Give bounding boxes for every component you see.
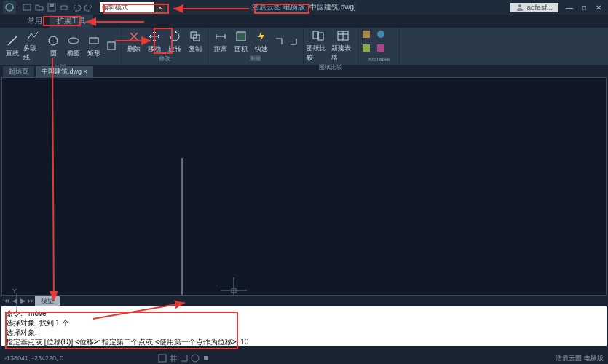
line-button[interactable]: 直线 <box>3 29 22 63</box>
misc-icon4[interactable] <box>376 43 389 53</box>
misc-icon2[interactable] <box>376 29 389 39</box>
move-button[interactable]: 移动 <box>145 29 164 54</box>
quick-button[interactable]: 快速 <box>252 29 271 54</box>
snap-icon[interactable] <box>158 354 167 363</box>
misc-icon1[interactable] <box>361 29 374 39</box>
delete-button[interactable]: 删除 <box>125 29 143 54</box>
circle-button[interactable]: 圆 <box>44 29 63 63</box>
osnap-icon[interactable] <box>202 354 210 363</box>
distance-button[interactable]: 距离 <box>211 29 230 54</box>
qat-icon[interactable] <box>22 2 32 12</box>
group-label-compare: 图纸比较 <box>307 63 355 72</box>
group-label-measure: 测量 <box>211 54 300 63</box>
app-logo <box>3 1 16 14</box>
svg-point-23 <box>377 31 384 38</box>
doc-tab-file[interactable]: 中国建筑.dwg × <box>36 66 93 77</box>
misc-icon3[interactable] <box>361 43 374 53</box>
svg-rect-1 <box>23 4 31 10</box>
svg-rect-24 <box>363 44 370 52</box>
close-button[interactable]: ✕ <box>592 2 605 12</box>
status-brand: 浩辰云图 电脑版 <box>556 354 604 363</box>
undo-icon[interactable] <box>71 2 82 12</box>
quick-access-toolbar <box>22 2 94 12</box>
search-input[interactable]: 编辑模式 <box>100 2 154 12</box>
rect-button[interactable]: 矩形 <box>84 29 103 63</box>
command-line[interactable]: 命令: _move 选择对象: 找到 1 个 选择对象: 指定基点或 [位移(D… <box>1 306 607 346</box>
ellipse-button[interactable]: 椭圆 <box>64 29 83 63</box>
save-icon[interactable] <box>47 2 57 12</box>
app-title: 浩辰云图 电脑版 <box>252 2 305 12</box>
svg-rect-4 <box>61 6 67 9</box>
svg-point-5 <box>518 4 521 7</box>
tab-extend-tools[interactable]: 扩展工具 <box>50 15 93 28</box>
svg-rect-22 <box>363 31 370 38</box>
svg-rect-3 <box>50 4 54 7</box>
layout-first[interactable]: ⏮ <box>3 297 10 304</box>
tab-common[interactable]: 常用 <box>20 15 50 28</box>
redo-icon[interactable] <box>84 2 94 12</box>
measure-more2[interactable] <box>287 29 300 54</box>
status-coords: -138041, -234220, 0 <box>4 355 63 362</box>
copy-button[interactable]: 复制 <box>186 29 205 54</box>
svg-rect-37 <box>204 356 208 360</box>
svg-rect-16 <box>237 32 245 41</box>
newtable-button[interactable]: 新建表格 <box>331 29 355 63</box>
open-icon[interactable] <box>34 2 44 12</box>
svg-point-7 <box>49 36 58 45</box>
polar-icon[interactable] <box>191 354 200 363</box>
svg-rect-9 <box>90 38 98 44</box>
svg-point-8 <box>68 38 79 44</box>
minimize-button[interactable]: — <box>563 2 576 12</box>
drawing-canvas[interactable]: YX <box>1 77 607 296</box>
svg-rect-17 <box>313 31 318 39</box>
ortho-icon[interactable] <box>180 354 189 363</box>
svg-rect-18 <box>318 33 323 40</box>
ribbon: 直线 多段线 圆 椭圆 矩形 绘图 删除 移动 旋转 复制 修改 距离 面积 快… <box>0 28 608 66</box>
svg-text:X: X <box>36 309 40 317</box>
area-button[interactable]: 面积 <box>232 29 250 54</box>
doc-tab-start[interactable]: 起始页 <box>3 66 34 77</box>
maximize-button[interactable]: □ <box>577 2 591 12</box>
group-label-xls: XlsTable <box>361 55 396 63</box>
print-icon[interactable] <box>59 2 69 12</box>
svg-rect-35 <box>159 355 166 362</box>
status-toggles[interactable] <box>158 354 210 363</box>
measure-more[interactable] <box>272 29 285 54</box>
svg-text:Y: Y <box>12 289 17 295</box>
grid-icon[interactable] <box>169 354 178 363</box>
svg-rect-25 <box>377 44 384 52</box>
doc-title: 中国建筑.dwg] <box>309 2 356 12</box>
svg-line-6 <box>8 36 17 45</box>
compare-button[interactable]: 图纸比较 <box>307 29 330 63</box>
polyline-button[interactable]: 多段线 <box>23 29 42 63</box>
svg-point-0 <box>6 4 13 11</box>
rotate-button[interactable]: 旋转 <box>165 29 184 54</box>
more-draw-button[interactable] <box>105 29 118 63</box>
svg-rect-10 <box>108 42 115 50</box>
user-account[interactable]: adfasf... <box>510 3 558 12</box>
svg-point-36 <box>192 355 199 362</box>
search-close-icon[interactable]: × <box>156 3 165 12</box>
group-label-modify: 修改 <box>125 54 205 63</box>
